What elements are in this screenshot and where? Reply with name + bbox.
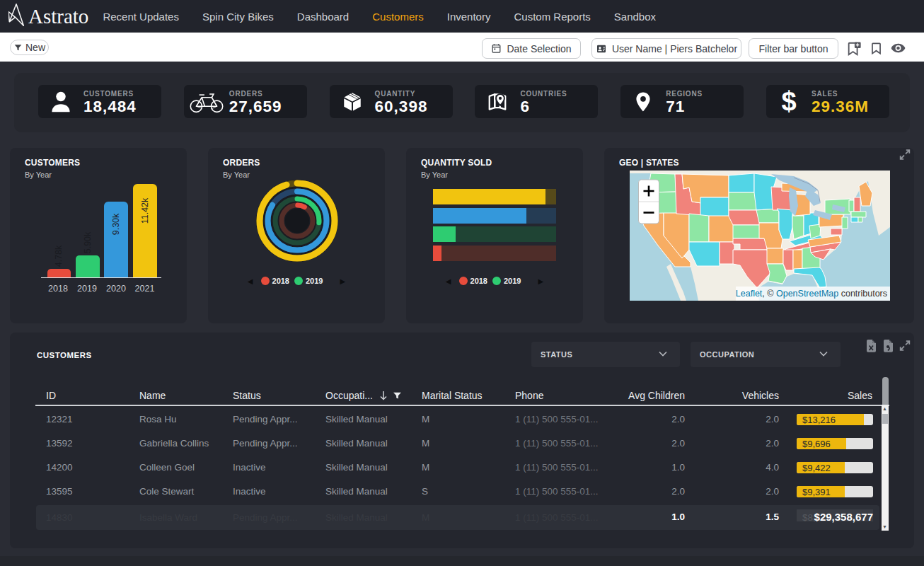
svg-text:Leaflet, © OpenStreetMap contr: Leaflet, © OpenStreetMap contributors (736, 289, 887, 299)
